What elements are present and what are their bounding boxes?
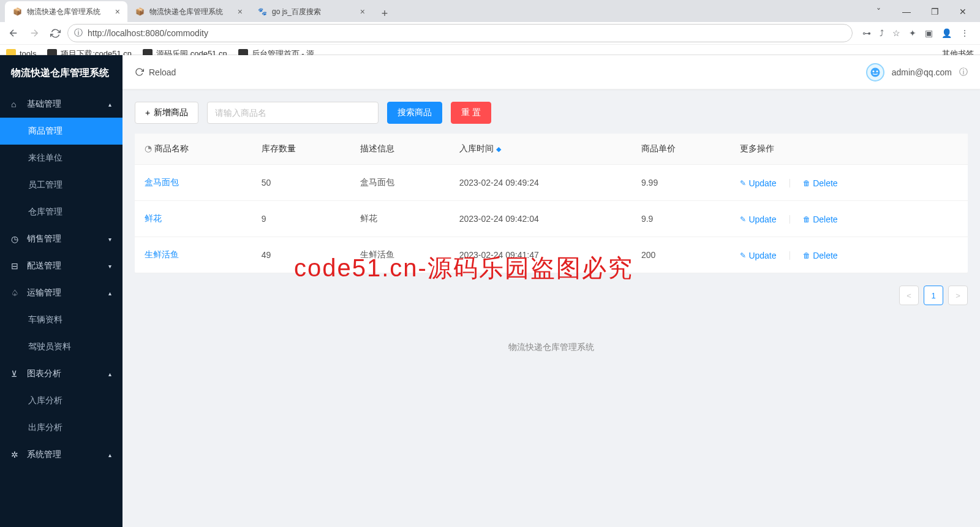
tab-title: go js_百度搜索 bbox=[272, 7, 355, 17]
page-prev[interactable]: < bbox=[899, 286, 919, 305]
tab-strip: 📦 物流快递仓库管理系统 × 📦 物流快递仓库管理系统 × 🐾 go js_百度… bbox=[0, 0, 980, 22]
sidebar-item-staff[interactable]: 员工管理 bbox=[0, 172, 123, 199]
sidebar-item-driver[interactable]: 驾驶员资料 bbox=[0, 333, 123, 360]
browser-tab-1[interactable]: 📦 物流快递仓库管理系统 × bbox=[127, 1, 250, 22]
sidebar-item-inbound[interactable]: 入库分析 bbox=[0, 387, 123, 414]
reload-button[interactable] bbox=[47, 25, 64, 42]
browser-tab-0[interactable]: 📦 物流快递仓库管理系统 × bbox=[5, 1, 127, 22]
chevron-up-icon: ▴ bbox=[108, 101, 111, 108]
submenu-label: 员工管理 bbox=[28, 180, 62, 191]
gear-icon: ✲ bbox=[11, 450, 21, 460]
new-tab-button[interactable]: + bbox=[376, 5, 393, 22]
maximize-icon[interactable]: ❐ bbox=[926, 7, 943, 17]
update-link[interactable]: ✎Update bbox=[740, 178, 776, 188]
sidebar-item-warehouse[interactable]: 仓库管理 bbox=[0, 199, 123, 226]
edit-icon: ✎ bbox=[740, 251, 746, 260]
puzzle-icon[interactable]: ▣ bbox=[925, 28, 933, 38]
trash-icon: 🗑 bbox=[803, 251, 810, 260]
menu-head-sales[interactable]: ◷ 销售管理 ▾ bbox=[0, 226, 123, 252]
menu-label: 运输管理 bbox=[27, 287, 102, 298]
sidebar-item-outbound[interactable]: 出库分析 bbox=[0, 414, 123, 441]
cell-desc: 盒马面包 bbox=[350, 165, 449, 201]
profile-icon[interactable]: 👤 bbox=[941, 28, 952, 38]
cell-qty: 49 bbox=[252, 237, 350, 273]
window-controls: ˅ — ❐ ✕ bbox=[861, 1, 980, 22]
th-time[interactable]: 入库时间◆ bbox=[450, 134, 631, 165]
menu-head-chart[interactable]: ⊻ 图表分析 ▴ bbox=[0, 360, 123, 387]
search-label: 搜索商品 bbox=[398, 107, 432, 118]
menu-icon[interactable]: ⋮ bbox=[960, 28, 969, 38]
delete-link[interactable]: 🗑Delete bbox=[803, 214, 837, 224]
delete-link[interactable]: 🗑Delete bbox=[803, 251, 837, 260]
menu-head-transport[interactable]: ♤ 运输管理 ▴ bbox=[0, 279, 123, 306]
submenu-label: 商品管理 bbox=[28, 126, 62, 137]
submenu-label: 车辆资料 bbox=[28, 314, 62, 325]
chevron-up-icon: ▴ bbox=[108, 290, 111, 297]
forward-button[interactable] bbox=[26, 25, 43, 42]
submenu-label: 仓库管理 bbox=[28, 207, 62, 218]
close-window-icon[interactable]: ✕ bbox=[954, 7, 971, 17]
th-actions: 更多操作 bbox=[730, 134, 968, 165]
svg-point-2 bbox=[876, 70, 878, 72]
topbar: Reload admin@qq.com ⓘ bbox=[123, 55, 980, 89]
update-link[interactable]: ✎Update bbox=[740, 251, 776, 260]
menu-head-delivery[interactable]: ⊟ 配送管理 ▾ bbox=[0, 252, 123, 279]
url-input[interactable]: ⓘ http://localhost:8080/commodity bbox=[67, 24, 853, 42]
sort-icon: ◆ bbox=[496, 145, 501, 153]
avatar[interactable] bbox=[866, 63, 884, 82]
browser-chrome: 📦 物流快递仓库管理系统 × 📦 物流快递仓库管理系统 × 🐾 go js_百度… bbox=[0, 0, 980, 55]
close-icon[interactable]: × bbox=[238, 7, 243, 17]
menu-label: 配送管理 bbox=[27, 260, 102, 271]
extension-icon[interactable]: ✦ bbox=[909, 28, 916, 38]
cell-price: 9.9 bbox=[631, 201, 730, 237]
user-email[interactable]: admin@qq.com bbox=[892, 67, 952, 77]
tab-title: 物流快递仓库管理系统 bbox=[27, 7, 110, 17]
cell-name[interactable]: 盒马面包 bbox=[135, 165, 252, 201]
table-header-row: ◔商品名称 库存数量 描述信息 入库时间◆ 商品单价 更多操作 bbox=[135, 134, 968, 165]
trash-icon: 🗑 bbox=[803, 215, 810, 224]
search-input[interactable] bbox=[207, 102, 379, 124]
share-icon[interactable]: ⤴ bbox=[880, 28, 884, 38]
cell-actions: ✎Update|🗑Delete bbox=[730, 201, 968, 237]
cell-desc: 生鲜活鱼 bbox=[350, 237, 449, 273]
update-link[interactable]: ✎Update bbox=[740, 214, 776, 224]
close-icon[interactable]: × bbox=[360, 7, 365, 17]
toolbar: + 新增商品 搜索商品 重 置 bbox=[135, 102, 968, 124]
menu-group-delivery: ⊟ 配送管理 ▾ bbox=[0, 252, 123, 279]
reload-link[interactable]: Reload bbox=[135, 67, 176, 77]
cell-name[interactable]: 生鲜活鱼 bbox=[135, 237, 252, 273]
address-bar: ⓘ http://localhost:8080/commodity ⊶ ⤴ ☆ … bbox=[0, 22, 980, 44]
page-current[interactable]: 1 bbox=[924, 286, 943, 305]
key-icon[interactable]: ⊶ bbox=[862, 28, 871, 38]
menu-group-system: ✲ 系统管理 ▴ bbox=[0, 441, 123, 468]
divider: | bbox=[789, 178, 791, 188]
menu-label: 系统管理 bbox=[27, 449, 102, 460]
close-icon[interactable]: × bbox=[115, 7, 120, 17]
search-button[interactable]: 搜索商品 bbox=[387, 102, 442, 124]
table-row: 鲜花9鲜花2023-02-24 09:42:049.9✎Update|🗑Dele… bbox=[135, 201, 968, 237]
page-next[interactable]: > bbox=[948, 286, 968, 305]
cell-time: 2023-02-24 09:41:47 bbox=[450, 237, 631, 273]
menu-label: 销售管理 bbox=[27, 233, 102, 245]
sidebar-item-partner[interactable]: 来往单位 bbox=[0, 145, 123, 172]
cell-name[interactable]: 鲜花 bbox=[135, 201, 252, 237]
sidebar-item-vehicle[interactable]: 车辆资料 bbox=[0, 306, 123, 333]
chevron-up-icon: ▴ bbox=[108, 371, 111, 377]
menu-group-sales: ◷ 销售管理 ▾ bbox=[0, 226, 123, 252]
menu-head-basic[interactable]: ⌂ 基础管理 ▴ bbox=[0, 91, 123, 118]
plus-icon: + bbox=[145, 108, 150, 118]
submenu-label: 入库分析 bbox=[28, 395, 62, 406]
chevron-down-icon: ▾ bbox=[108, 236, 111, 243]
star-icon[interactable]: ☆ bbox=[892, 28, 900, 38]
help-icon[interactable]: ⓘ bbox=[959, 67, 968, 78]
back-button[interactable] bbox=[5, 25, 22, 42]
reset-button[interactable]: 重 置 bbox=[451, 102, 491, 124]
chevron-down-icon[interactable]: ˅ bbox=[870, 7, 887, 17]
minimize-icon[interactable]: — bbox=[898, 7, 915, 17]
clock-icon: ◷ bbox=[11, 234, 21, 244]
browser-tab-2[interactable]: 🐾 go js_百度搜索 × bbox=[250, 1, 372, 22]
sidebar-item-commodity[interactable]: 商品管理 bbox=[0, 118, 123, 145]
add-button[interactable]: + 新增商品 bbox=[135, 102, 198, 124]
menu-head-system[interactable]: ✲ 系统管理 ▴ bbox=[0, 441, 123, 468]
delete-link[interactable]: 🗑Delete bbox=[803, 178, 837, 188]
